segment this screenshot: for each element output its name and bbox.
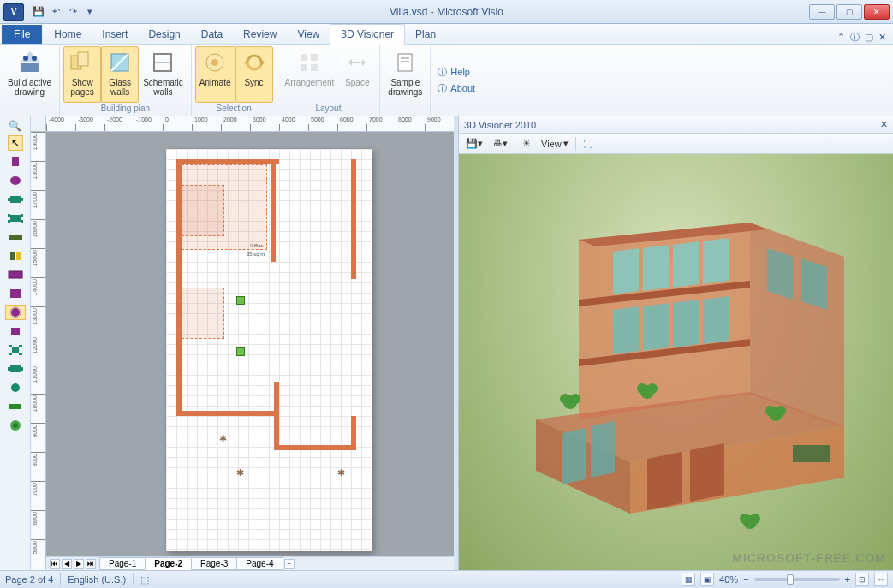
build-label: Build active drawing (8, 78, 51, 97)
svg-marker-62 (613, 306, 639, 354)
help-link[interactable]: ⓘHelp (438, 66, 475, 79)
page-prev-button[interactable]: ◀ (62, 559, 72, 569)
tab-design[interactable]: Design (138, 25, 190, 44)
marker-1[interactable] (236, 296, 245, 305)
qat-dropdown-icon[interactable]: ▾ (82, 4, 98, 20)
macro-record-icon[interactable]: ⬚ (140, 574, 149, 585)
tab-plan[interactable]: Plan (405, 25, 446, 44)
stencil-shape-15[interactable] (5, 418, 26, 433)
plant-2[interactable]: ✱ (236, 467, 248, 479)
view-normal-button[interactable]: ▦ (682, 573, 695, 586)
svg-rect-41 (12, 347, 19, 353)
sync-button[interactable]: Sync (235, 46, 273, 103)
sample-icon (391, 49, 419, 76)
svg-marker-11 (261, 59, 265, 66)
3d-render-view[interactable]: MICROSOFT-FREE.COM (459, 154, 893, 570)
svg-rect-28 (10, 215, 21, 222)
view-fullscreen-button[interactable]: ▣ (700, 573, 714, 586)
about-link[interactable]: ⓘAbout (438, 82, 475, 95)
fit-window-button[interactable]: ⊡ (855, 573, 869, 586)
svg-marker-67 (801, 258, 827, 310)
add-page-button[interactable]: + (284, 559, 295, 569)
file-tab[interactable]: File (2, 25, 42, 44)
stencil-shape-13[interactable] (5, 380, 26, 395)
save-icon[interactable]: 💾 (31, 4, 46, 20)
zoom-slider[interactable] (754, 578, 840, 581)
shapes-search-icon[interactable]: 🔍 (9, 120, 21, 132)
arrangement-icon (295, 49, 323, 76)
app-icon[interactable]: V (3, 3, 24, 21)
zoom-level[interactable]: 40% (719, 574, 738, 585)
shapes-pointer-icon[interactable]: ↖ (8, 135, 23, 151)
svg-marker-58 (613, 248, 639, 294)
tab-data[interactable]: Data (191, 25, 233, 44)
stencil-shape-12[interactable] (5, 361, 26, 377)
tab-view[interactable]: View (287, 25, 330, 44)
zoom-in-button[interactable]: + (845, 574, 850, 585)
redo-icon[interactable]: ↷ (65, 4, 80, 20)
minimize-button[interactable]: — (809, 4, 835, 20)
ribbon-minimize-icon[interactable]: ⌃ (837, 32, 845, 43)
stencil-shape-11[interactable] (5, 342, 26, 358)
build-active-drawing-button[interactable]: Build active drawing (3, 46, 56, 112)
stencil-shape-7[interactable] (5, 267, 26, 282)
stencil-shape-5[interactable] (5, 229, 26, 245)
stencil-shape-10[interactable] (5, 324, 26, 339)
glass-walls-button[interactable]: Glass walls (101, 46, 139, 103)
stencil-shape-14[interactable] (5, 399, 26, 414)
tab-review[interactable]: Review (233, 25, 287, 44)
tab-3d-visioner[interactable]: 3D Visioner (330, 24, 405, 45)
status-page: Page 2 of 4 (5, 574, 53, 585)
visioner-camera-button[interactable]: ☀ (519, 136, 534, 151)
svg-marker-12 (244, 59, 247, 66)
drawing-canvas[interactable]: Office 35 sq m ✱ ✱ ✱ (46, 132, 454, 556)
page-tab-2[interactable]: Page-2 (145, 557, 192, 570)
schematic-walls-button[interactable]: Schematic walls (139, 46, 188, 103)
page-tab-4[interactable]: Page-4 (236, 557, 283, 570)
visioner-save-button[interactable]: 💾▾ (462, 136, 486, 151)
show-pages-button[interactable]: Show pages (63, 46, 101, 103)
sync-icon (241, 49, 268, 76)
building-plan-group-label: Building plan (63, 103, 188, 114)
visioner-target-button[interactable]: ⛶ (580, 137, 596, 151)
maximize-button[interactable]: ▢ (836, 4, 862, 20)
help-icon[interactable]: ⓘ (850, 31, 860, 44)
zoom-out-button[interactable]: − (743, 574, 748, 585)
stencil-shape-6[interactable] (5, 248, 26, 264)
svg-point-1 (23, 56, 28, 61)
drawing-page[interactable]: Office 35 sq m ✱ ✱ ✱ (166, 149, 372, 551)
svg-rect-47 (8, 367, 10, 371)
stencil-shape-3[interactable] (5, 192, 26, 207)
stencil-shape-4[interactable] (5, 211, 26, 226)
window-restore-icon[interactable]: ▢ (865, 32, 873, 43)
page-next-button[interactable]: ▶ (74, 559, 84, 569)
visioner-close-button[interactable]: ✕ (880, 119, 888, 130)
plant-1[interactable]: ✱ (219, 433, 231, 445)
svg-point-80 (647, 383, 658, 394)
stencil-shape-8[interactable] (5, 286, 26, 301)
svg-rect-37 (10, 289, 21, 298)
page-first-button[interactable]: ⏮ (50, 559, 60, 569)
stencil-shape-1[interactable] (5, 154, 26, 169)
stencil-shape-9[interactable] (5, 305, 26, 320)
undo-icon[interactable]: ↶ (48, 4, 63, 20)
sample-drawings-button[interactable]: Sample drawings (384, 46, 426, 112)
svg-rect-34 (10, 252, 15, 260)
page-last-button[interactable]: ⏭ (86, 559, 96, 569)
visioner-print-button[interactable]: 🖶▾ (490, 136, 511, 151)
animate-button[interactable]: Animate (195, 46, 235, 103)
tab-home[interactable]: Home (44, 25, 92, 44)
plant-3[interactable]: ✱ (337, 467, 349, 479)
window-close-icon[interactable]: ✕ (878, 32, 886, 43)
visioner-view-button[interactable]: View ▾ (538, 136, 572, 151)
switch-window-button[interactable]: ↔ (874, 573, 888, 586)
svg-point-83 (776, 406, 786, 416)
close-button[interactable]: ✕ (864, 4, 890, 20)
status-language[interactable]: English (U.S.) (68, 574, 126, 585)
stencil-shape-2[interactable] (5, 173, 26, 188)
page-tab-1[interactable]: Page-1 (99, 557, 146, 570)
marker-2[interactable] (236, 347, 245, 356)
page-tab-3[interactable]: Page-3 (191, 557, 237, 570)
tab-insert[interactable]: Insert (92, 25, 138, 44)
svg-point-24 (10, 176, 21, 185)
